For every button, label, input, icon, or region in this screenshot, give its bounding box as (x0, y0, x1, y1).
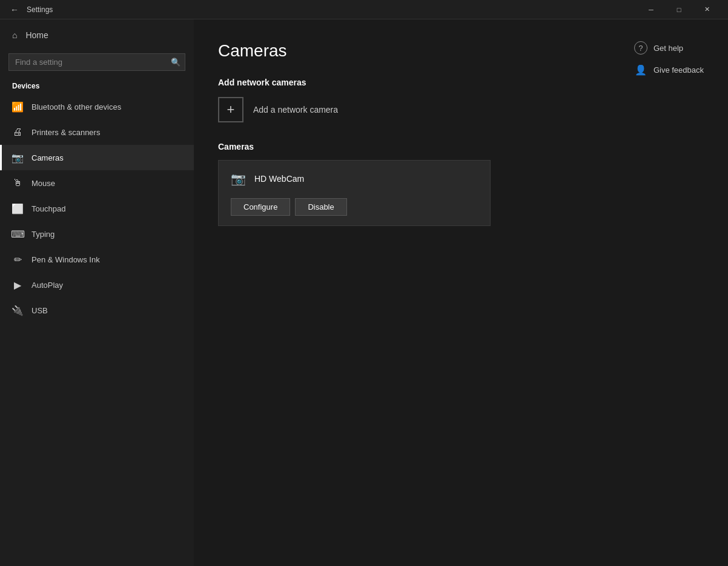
sidebar-item-pen[interactable]: ✏ Pen & Windows Ink (0, 247, 194, 272)
sidebar-item-label: Pen & Windows Ink (31, 255, 100, 264)
bluetooth-icon: 📶 (12, 101, 23, 112)
sidebar-item-label: Touchpad (31, 204, 65, 213)
sidebar-item-label: Cameras (31, 153, 64, 162)
sidebar-section-label: Devices (0, 77, 194, 94)
give-feedback-link[interactable]: 👤 Give feedback (634, 63, 704, 76)
typing-icon: ⌨ (12, 228, 23, 239)
sidebar: ⌂ Home 🔍 Devices 📶 Bluetooth & other dev… (0, 19, 194, 566)
window-controls: ─ □ ✕ (637, 0, 721, 19)
sidebar-item-label: USB (31, 306, 48, 315)
cameras-section-heading: Cameras (218, 142, 704, 151)
sidebar-item-label: Typing (31, 230, 55, 239)
page-title: Cameras (218, 41, 704, 61)
sidebar-item-label: Bluetooth & other devices (31, 102, 121, 112)
search-input[interactable] (8, 53, 185, 71)
sidebar-item-usb[interactable]: 🔌 USB (0, 298, 194, 323)
configure-button[interactable]: Configure (231, 198, 290, 216)
sidebar-item-typing[interactable]: ⌨ Typing (0, 221, 194, 247)
webcam-icon: 📷 (231, 171, 246, 186)
sidebar-item-touchpad[interactable]: ⬜ Touchpad (0, 196, 194, 221)
search-box: 🔍 (8, 53, 185, 71)
home-icon: ⌂ (12, 30, 17, 40)
printer-icon: 🖨 (12, 127, 23, 138)
search-icon: 🔍 (171, 58, 180, 67)
disable-button[interactable]: Disable (295, 198, 346, 216)
camera-card-actions: Configure Disable (231, 198, 478, 216)
touchpad-icon: ⬜ (12, 203, 23, 214)
plus-icon: + (227, 102, 235, 118)
add-camera-label: Add a network camera (253, 105, 338, 115)
add-camera-row: + Add a network camera (218, 97, 704, 122)
sidebar-item-label: Printers & scanners (31, 128, 100, 137)
main-content: Cameras Add network cameras + Add a netw… (194, 19, 728, 566)
minimize-button[interactable]: ─ (637, 0, 665, 19)
camera-icon: 📷 (12, 152, 23, 163)
app-title: Settings (27, 5, 637, 14)
app-body: ⌂ Home 🔍 Devices 📶 Bluetooth & other dev… (0, 19, 728, 566)
sidebar-item-cameras[interactable]: 📷 Cameras (0, 145, 194, 170)
camera-card: 📷 HD WebCam Configure Disable (218, 160, 491, 226)
feedback-icon: 👤 (634, 63, 647, 76)
titlebar: ← Settings ─ □ ✕ (0, 0, 728, 19)
autoplay-icon: ▶ (12, 279, 23, 290)
sidebar-item-mouse[interactable]: 🖱 Mouse (0, 170, 194, 196)
help-panel: ? Get help 👤 Give feedback (634, 41, 704, 76)
get-help-link[interactable]: ? Get help (634, 41, 704, 55)
add-network-section-heading: Add network cameras (218, 78, 704, 87)
home-label: Home (25, 30, 48, 40)
camera-card-header: 📷 HD WebCam (231, 171, 478, 186)
sidebar-item-label: Mouse (31, 179, 55, 188)
usb-icon: 🔌 (12, 305, 23, 316)
camera-name: HD WebCam (254, 174, 304, 184)
home-nav-item[interactable]: ⌂ Home (0, 19, 194, 51)
add-network-camera-button[interactable]: + (218, 97, 243, 122)
sidebar-item-autoplay[interactable]: ▶ AutoPlay (0, 272, 194, 298)
mouse-icon: 🖱 (12, 178, 23, 188)
sidebar-item-bluetooth[interactable]: 📶 Bluetooth & other devices (0, 94, 194, 119)
pen-icon: ✏ (12, 254, 23, 265)
get-help-label: Get help (654, 44, 683, 53)
back-button[interactable]: ← (7, 2, 22, 17)
give-feedback-label: Give feedback (654, 65, 704, 75)
close-button[interactable]: ✕ (693, 0, 721, 19)
maximize-button[interactable]: □ (665, 0, 693, 19)
sidebar-item-printers[interactable]: 🖨 Printers & scanners (0, 119, 194, 145)
help-icon: ? (634, 41, 647, 55)
sidebar-item-label: AutoPlay (31, 281, 63, 290)
